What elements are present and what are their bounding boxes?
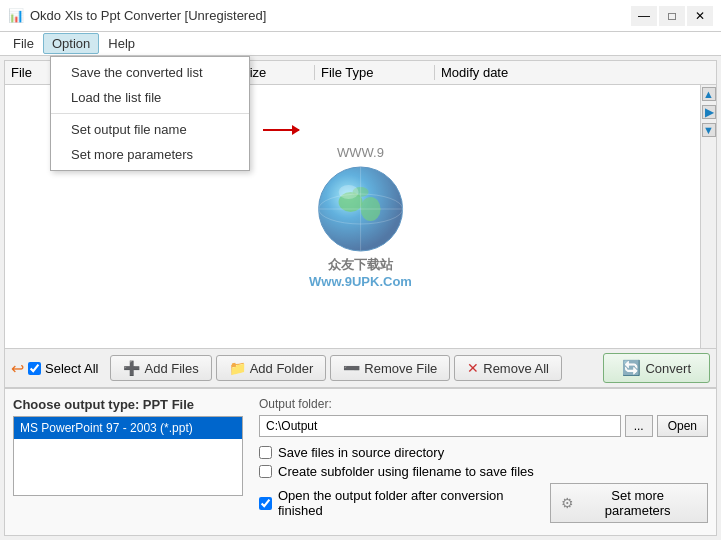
app-title: Okdo Xls to Ppt Converter [Unregistered]	[30, 8, 266, 23]
gear-icon: ⚙	[561, 495, 574, 511]
svg-point-5	[319, 194, 403, 224]
option-load-list[interactable]: Load the list file	[51, 85, 249, 110]
svg-point-3	[353, 187, 369, 197]
checkbox-open-after: Open the output folder after conversion …	[259, 483, 708, 523]
option-set-params[interactable]: Set more parameters	[51, 142, 249, 167]
convert-button[interactable]: 🔄 Convert	[603, 353, 710, 383]
menu-help[interactable]: Help	[99, 33, 144, 54]
create-subfolder-label: Create subfolder using filename to save …	[278, 464, 534, 479]
scrollbar: ▲ ▶ ▼	[700, 85, 716, 348]
open-after-label: Open the output folder after conversion …	[278, 488, 544, 518]
select-all-checkbox[interactable]	[28, 362, 41, 375]
watermark: WWW.9	[309, 145, 412, 289]
remove-file-icon: ➖	[343, 360, 360, 376]
scroll-down-arrow[interactable]: ▼	[702, 123, 716, 137]
remove-file-button[interactable]: ➖ Remove File	[330, 355, 450, 381]
open-after-checkbox-row: Open the output folder after conversion …	[259, 488, 544, 518]
watermark-text-top: WWW.9	[337, 145, 384, 160]
add-files-icon: ➕	[123, 360, 140, 376]
checkbox-save-source: Save files in source directory	[259, 445, 708, 460]
watermark-text-bottom: Www.9UPK.Com	[309, 274, 412, 289]
remove-all-button[interactable]: ✕ Remove All	[454, 355, 562, 381]
option-set-output-name[interactable]: Set output file name	[51, 117, 249, 142]
maximize-button[interactable]: □	[659, 6, 685, 26]
browse-button[interactable]: ...	[625, 415, 653, 437]
menu-option[interactable]: Option	[43, 33, 99, 54]
col-header-date: Modify date	[435, 65, 700, 80]
select-all-area: Select All	[28, 361, 98, 376]
create-subfolder-checkbox[interactable]	[259, 465, 272, 478]
globe-svg	[316, 164, 406, 254]
output-folder-panel: Output folder: ... Open Save files in so…	[259, 397, 708, 527]
svg-point-1	[339, 192, 363, 212]
add-files-button[interactable]: ➕ Add Files	[110, 355, 211, 381]
open-after-checkbox[interactable]	[259, 497, 272, 510]
option-dropdown: Save the converted list Load the list fi…	[50, 56, 250, 171]
toolbar: ↩ Select All ➕ Add Files 📁 Add Folder ➖ …	[5, 348, 716, 388]
svg-point-4	[339, 185, 359, 199]
scroll-right-arrow[interactable]: ▶	[702, 105, 716, 119]
app-icon: 📊	[8, 8, 24, 24]
checkbox-create-subfolder: Create subfolder using filename to save …	[259, 464, 708, 479]
remove-all-icon: ✕	[467, 360, 479, 376]
convert-icon: 🔄	[622, 359, 641, 377]
titlebar: 📊 Okdo Xls to Ppt Converter [Unregistere…	[0, 0, 721, 32]
output-folder-label: Output folder:	[259, 397, 708, 411]
open-button[interactable]: Open	[657, 415, 708, 437]
save-source-label: Save files in source directory	[278, 445, 444, 460]
folder-row: ... Open	[259, 415, 708, 437]
dropdown-separator	[51, 113, 249, 114]
watermark-text-middle: 众友下载站	[328, 256, 393, 274]
add-folder-button[interactable]: 📁 Add Folder	[216, 355, 327, 381]
svg-point-2	[361, 197, 381, 221]
menu-file[interactable]: File	[4, 33, 43, 54]
close-button[interactable]: ✕	[687, 6, 713, 26]
output-type-list[interactable]: MS PowerPoint 97 - 2003 (*.ppt)	[13, 416, 243, 496]
output-type-panel: Choose output type: PPT File MS PowerPoi…	[13, 397, 243, 527]
back-icon[interactable]: ↩	[11, 359, 24, 378]
output-type-item-ppt97[interactable]: MS PowerPoint 97 - 2003 (*.ppt)	[14, 417, 242, 439]
add-folder-icon: 📁	[229, 360, 246, 376]
output-type-label: Choose output type: PPT File	[13, 397, 243, 412]
menubar: File Option Help Save the converted list…	[0, 32, 721, 56]
bottom-section: Choose output type: PPT File MS PowerPoi…	[5, 388, 716, 535]
titlebar-left: 📊 Okdo Xls to Ppt Converter [Unregistere…	[8, 8, 266, 24]
svg-point-0	[319, 167, 403, 251]
select-all-label[interactable]: Select All	[45, 361, 98, 376]
titlebar-controls: — □ ✕	[631, 6, 713, 26]
col-header-type: File Type	[315, 65, 435, 80]
watermark-globe-container	[316, 164, 406, 254]
minimize-button[interactable]: —	[631, 6, 657, 26]
more-params-button[interactable]: ⚙ Set more parameters	[550, 483, 708, 523]
output-folder-input[interactable]	[259, 415, 621, 437]
option-save-list[interactable]: Save the converted list	[51, 60, 249, 85]
scroll-up-arrow[interactable]: ▲	[702, 87, 716, 101]
save-source-checkbox[interactable]	[259, 446, 272, 459]
